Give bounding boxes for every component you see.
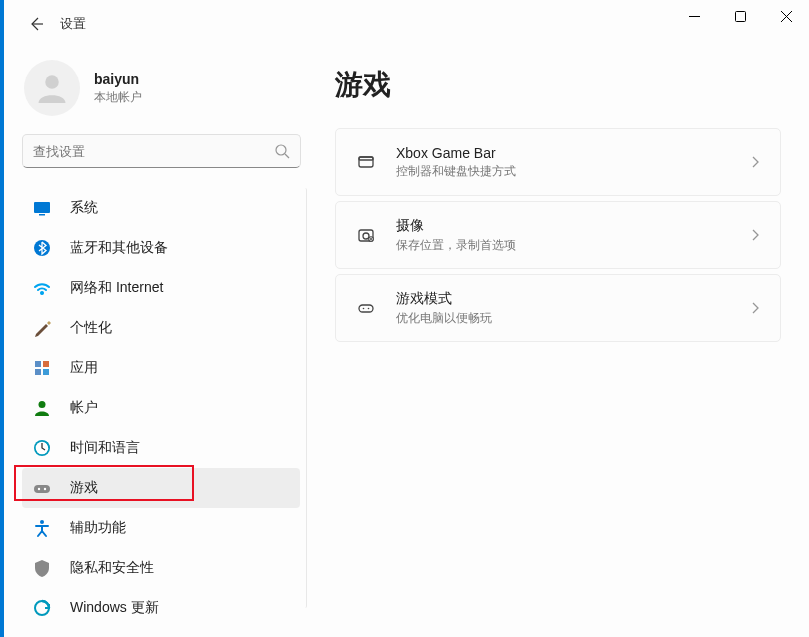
svg-point-16 xyxy=(44,488,46,490)
brush-icon xyxy=(32,318,52,338)
maximize-button[interactable] xyxy=(717,0,763,32)
close-button[interactable] xyxy=(763,0,809,32)
avatar xyxy=(24,60,80,116)
svg-rect-20 xyxy=(359,157,373,160)
minimize-button[interactable] xyxy=(671,0,717,32)
search-box[interactable] xyxy=(22,134,301,168)
sidebar-item-label: 应用 xyxy=(70,359,98,377)
sidebar-item-label: 时间和语言 xyxy=(70,439,140,457)
sidebar-item-accounts[interactable]: 帐户 xyxy=(22,388,300,428)
window-title: 设置 xyxy=(60,15,86,33)
wifi-icon xyxy=(32,278,52,298)
bluetooth-icon xyxy=(32,238,52,258)
svg-rect-14 xyxy=(34,485,50,493)
sidebar-item-label: 隐私和安全性 xyxy=(70,559,154,577)
sidebar-item-label: 网络和 Internet xyxy=(70,279,163,297)
apps-icon xyxy=(32,358,52,378)
card-title: 游戏模式 xyxy=(396,290,748,308)
svg-point-26 xyxy=(368,308,370,310)
svg-rect-19 xyxy=(359,157,373,167)
svg-point-25 xyxy=(363,308,365,310)
svg-rect-9 xyxy=(35,369,41,375)
gamepad-icon xyxy=(32,478,52,498)
minimize-icon xyxy=(689,11,700,22)
sidebar-item-system[interactable]: 系统 xyxy=(22,188,300,228)
svg-point-11 xyxy=(39,401,46,408)
card-subtitle: 控制器和键盘快捷方式 xyxy=(396,163,748,180)
card-subtitle: 保存位置，录制首选项 xyxy=(396,237,748,254)
svg-rect-7 xyxy=(35,361,41,367)
svg-point-1 xyxy=(45,75,59,89)
chevron-right-icon xyxy=(748,228,762,242)
sidebar-item-time[interactable]: 时间和语言 xyxy=(22,428,300,468)
sidebar: baiyun 本地帐户 系统 蓝牙和其他设备 网络和 Internet 个性化 … xyxy=(22,48,307,637)
search-input[interactable] xyxy=(33,144,274,159)
main-content: 游戏 Xbox Game Bar 控制器和键盘快捷方式 摄像 保存位置，录制首选… xyxy=(307,48,809,637)
accessibility-icon xyxy=(32,518,52,538)
search-icon xyxy=(274,143,290,159)
capture-icon xyxy=(354,223,378,247)
sidebar-item-label: 辅助功能 xyxy=(70,519,126,537)
svg-point-6 xyxy=(41,292,44,295)
nav-list: 系统 蓝牙和其他设备 网络和 Internet 个性化 应用 帐户 时间和语言 … xyxy=(22,188,307,608)
sidebar-item-personalization[interactable]: 个性化 xyxy=(22,308,300,348)
svg-rect-8 xyxy=(43,361,49,367)
user-account-block[interactable]: baiyun 本地帐户 xyxy=(22,48,307,134)
settings-card-gamemode[interactable]: 游戏模式 优化电脑以便畅玩 xyxy=(335,274,781,342)
sidebar-item-update[interactable]: Windows 更新 xyxy=(22,588,300,628)
sidebar-item-gaming[interactable]: 游戏 xyxy=(22,468,300,508)
monitor-icon xyxy=(32,198,52,218)
back-button[interactable] xyxy=(24,12,48,36)
svg-rect-24 xyxy=(359,305,373,312)
card-title: 摄像 xyxy=(396,217,748,235)
svg-rect-0 xyxy=(735,11,745,21)
user-name: baiyun xyxy=(94,71,142,87)
sidebar-item-label: Windows 更新 xyxy=(70,599,159,617)
gamemode-icon xyxy=(354,296,378,320)
settings-card-captures[interactable]: 摄像 保存位置，录制首选项 xyxy=(335,201,781,269)
sidebar-item-bluetooth[interactable]: 蓝牙和其他设备 xyxy=(22,228,300,268)
clock-icon xyxy=(32,438,52,458)
chevron-right-icon xyxy=(748,155,762,169)
avatar-icon xyxy=(34,70,70,106)
update-icon xyxy=(32,598,52,618)
chevron-right-icon xyxy=(748,301,762,315)
user-account-type: 本地帐户 xyxy=(94,89,142,106)
xbox-bar-icon xyxy=(354,150,378,174)
card-title: Xbox Game Bar xyxy=(396,145,748,161)
page-title: 游戏 xyxy=(335,66,781,104)
back-icon xyxy=(28,16,44,32)
svg-point-17 xyxy=(40,520,44,524)
sidebar-item-network[interactable]: 网络和 Internet xyxy=(22,268,300,308)
svg-point-15 xyxy=(38,488,40,490)
sidebar-item-label: 系统 xyxy=(70,199,98,217)
close-icon xyxy=(781,11,792,22)
sidebar-item-label: 游戏 xyxy=(70,479,98,497)
settings-card-xbox[interactable]: Xbox Game Bar 控制器和键盘快捷方式 xyxy=(335,128,781,196)
sidebar-item-apps[interactable]: 应用 xyxy=(22,348,300,388)
svg-point-22 xyxy=(363,233,369,239)
sidebar-item-accessibility[interactable]: 辅助功能 xyxy=(22,508,300,548)
sidebar-item-label: 帐户 xyxy=(70,399,98,417)
svg-point-2 xyxy=(276,145,286,155)
maximize-icon xyxy=(735,11,746,22)
sidebar-item-privacy[interactable]: 隐私和安全性 xyxy=(22,548,300,588)
card-subtitle: 优化电脑以便畅玩 xyxy=(396,310,748,327)
shield-icon xyxy=(32,558,52,578)
svg-rect-10 xyxy=(43,369,49,375)
person-icon xyxy=(32,398,52,418)
sidebar-item-label: 蓝牙和其他设备 xyxy=(70,239,168,257)
svg-rect-3 xyxy=(34,202,50,213)
svg-rect-4 xyxy=(39,214,45,216)
sidebar-item-label: 个性化 xyxy=(70,319,112,337)
